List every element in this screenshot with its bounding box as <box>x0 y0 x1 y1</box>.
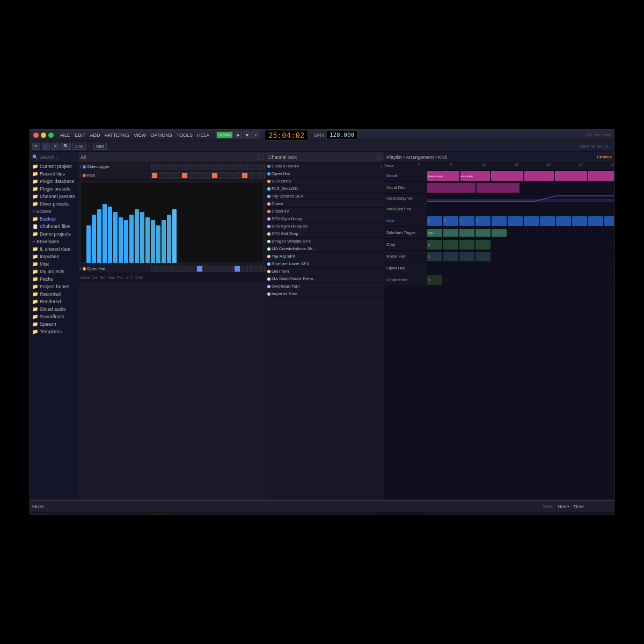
mixer-channel-2[interactable]: Break Kick <box>64 513 82 515</box>
step-btn[interactable] <box>249 172 255 179</box>
track-content[interactable]: 3 <box>427 239 614 250</box>
pencil-tool[interactable]: ✏ <box>32 143 40 150</box>
step-btn[interactable] <box>181 266 188 272</box>
mixer-channel-17[interactable]: Plucky <box>322 513 339 515</box>
step-btn[interactable] <box>181 172 188 179</box>
step-btn[interactable] <box>174 266 180 272</box>
channel-item-toyrip[interactable]: Toy Rip SFX <box>266 253 384 260</box>
step-btn[interactable] <box>159 164 165 170</box>
channel-item-overtom[interactable]: Overhead Tom <box>266 283 384 290</box>
step-btn[interactable] <box>174 172 180 179</box>
mixer-channel-8[interactable]: Break All <box>167 513 185 515</box>
sidebar-item-packs[interactable]: 📁 Packs <box>30 275 78 283</box>
mixer-channel-20[interactable]: Sine Drop <box>374 513 391 515</box>
track-content[interactable]: ▶▶▶▶▶▶▶ ▶▶▶▶▶▶ <box>427 170 614 181</box>
step-btn[interactable] <box>257 172 263 179</box>
menu-file[interactable]: FILE <box>60 133 70 138</box>
menu-view[interactable]: VIEW <box>134 133 146 138</box>
channel-item-linntom[interactable]: Linn Tom <box>266 268 384 275</box>
menu-tools[interactable]: TOOLS <box>177 133 193 138</box>
sidebar-item-templates[interactable]: 📁 Templates <box>30 328 78 335</box>
channel-item-mastaticshock[interactable]: MA StaticShock Retro.. <box>266 275 384 283</box>
track-content[interactable]: 3 <box>427 251 614 262</box>
channel-item-toyscratch[interactable]: Toy Scratch SFX <box>266 193 384 200</box>
step-btn[interactable] <box>204 164 210 170</box>
channel-item-crash2[interactable]: Crash #2 <box>266 208 384 215</box>
menu-add[interactable]: ADD <box>90 133 100 138</box>
maximize-button[interactable] <box>48 133 54 138</box>
zoom-tool[interactable]: 🔍 <box>61 143 71 150</box>
sidebar-item-plugin-db[interactable]: 📁 Plugin database <box>30 178 78 185</box>
step-buttons[interactable] <box>151 265 266 273</box>
track-content[interactable]: 3 3 3 3 EL... <box>427 215 614 226</box>
sidebar-item-backup[interactable]: 📁 Backup <box>30 215 78 223</box>
step-btn[interactable] <box>166 172 173 179</box>
mixer-channel-4[interactable]: Noise Hat <box>99 513 116 515</box>
step-btn[interactable] <box>211 266 218 272</box>
channel-item-maconstell[interactable]: MA Constellations Sh.. <box>266 245 384 253</box>
channel-item-smigen[interactable]: Smigen Whistle SFX <box>266 238 384 245</box>
step-btn[interactable] <box>204 172 210 179</box>
menu-patterns[interactable]: PATTERNS <box>105 133 130 138</box>
menu-edit[interactable]: EDIT <box>75 133 86 138</box>
song-mode-btn[interactable]: SONG <box>216 131 233 138</box>
seq-collapse-btn[interactable]: − <box>258 154 264 160</box>
mixer-channel-14[interactable]: Bassline <box>270 513 288 515</box>
step-buttons[interactable] <box>151 163 266 171</box>
step-btn[interactable] <box>264 266 266 272</box>
menu-help[interactable]: HELP <box>197 133 210 138</box>
mixer-channel-12[interactable]: Chord Reverb <box>236 513 253 515</box>
sidebar-item-recorded[interactable]: 📁 Recorded <box>30 290 78 298</box>
step-buttons[interactable] <box>151 172 266 179</box>
step-btn[interactable] <box>226 164 233 170</box>
mixer-channel-11[interactable]: Chord P'bal <box>219 513 236 515</box>
step-btn[interactable] <box>151 266 158 272</box>
channel-item-importer[interactable]: Importer Ride <box>266 290 384 298</box>
menu-options[interactable]: OPTIONS <box>150 133 172 138</box>
erase-tool[interactable]: ✕ <box>52 143 60 150</box>
sidebar-item-my-projects[interactable]: 📁 My projects <box>30 268 78 275</box>
mixer-channel-18[interactable]: Saw Lead <box>339 513 356 515</box>
sidebar-item-project-bones[interactable]: 📁 Project bones <box>30 283 78 290</box>
mixer-channel-13[interactable]: Chord EQ <box>253 513 270 515</box>
step-btn[interactable] <box>219 172 225 179</box>
track-content[interactable] <box>427 194 614 203</box>
sidebar-item-envelopes[interactable]: ~ Envelopes <box>30 238 78 245</box>
mixer-channel-6[interactable]: Bass Cymbal <box>133 513 150 515</box>
channel-item-8bitdrop[interactable]: SFX 8bit Drop <box>266 230 384 238</box>
step-btn[interactable] <box>181 164 188 170</box>
step-btn[interactable] <box>249 266 255 272</box>
sidebar-item-scores[interactable]: ♪ Scores <box>30 208 78 215</box>
mixer-channel-22[interactable]: crash <box>408 513 425 515</box>
step-btn[interactable] <box>189 164 195 170</box>
record-btn[interactable]: ● <box>252 131 259 138</box>
sidebar-item-rendered[interactable]: 📁 Rendered <box>30 298 78 305</box>
step-btn[interactable] <box>189 266 195 272</box>
sidebar-item-channel-presets[interactable]: 📁 Channel presets <box>30 193 78 200</box>
step-btn[interactable] <box>151 172 158 179</box>
track-content[interactable]: open <box>427 262 614 274</box>
step-btn[interactable] <box>174 164 180 170</box>
mixer-channel-19[interactable]: String <box>356 513 374 515</box>
channel-item-crash[interactable]: Crash <box>266 200 384 208</box>
mixer-channel-9[interactable]: Attack & Dist <box>185 513 202 515</box>
track-content[interactable] <box>427 182 614 193</box>
step-btn[interactable] <box>241 266 248 272</box>
channel-item-flsgen[interactable]: FLS_Gen.001 <box>266 185 384 193</box>
step-btn[interactable] <box>249 164 255 170</box>
play-btn[interactable]: ▶ <box>235 131 242 138</box>
track-content[interactable]: Sid.2 Sid.2 <box>427 227 614 238</box>
step-btn[interactable] <box>151 164 158 170</box>
track-content[interactable]: 3 Closed Hat Closed Hat CL.82 <box>427 274 614 286</box>
step-btn[interactable] <box>264 172 266 179</box>
fx-item-none[interactable]: (none) <box>555 513 614 515</box>
step-btn[interactable] <box>257 266 263 272</box>
step-btn[interactable] <box>211 172 218 179</box>
mixer-channel-15[interactable]: Sub Bass <box>288 513 305 515</box>
step-btn[interactable] <box>159 172 165 179</box>
bpm-display[interactable]: 128.000 <box>326 130 357 140</box>
mixer-channel-1[interactable]: Low/Hi <box>47 513 64 515</box>
step-btn[interactable] <box>166 266 173 272</box>
step-btn[interactable] <box>204 266 210 272</box>
mixer-channel-21[interactable]: Snare <box>391 513 408 515</box>
